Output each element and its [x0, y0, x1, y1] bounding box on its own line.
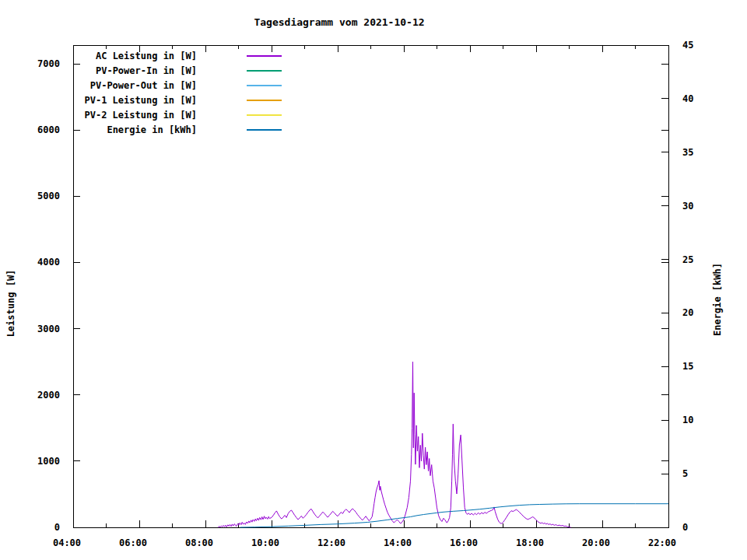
- x-tick-label: 04:00: [53, 537, 81, 548]
- x-tick-label: 14:00: [384, 537, 412, 548]
- x-tick-label: 10:00: [251, 537, 279, 548]
- tagesdiagramm-chart: Tagesdiagramm vom 2021-10-12 Leistung [W…: [0, 0, 747, 560]
- y2-tick-label: 45: [682, 40, 693, 51]
- y2-tick-label: 0: [682, 522, 688, 533]
- y1-tick-label: 7000: [37, 58, 60, 69]
- x-tick-label: 18:00: [516, 537, 544, 548]
- series-ac_leistung: [218, 362, 570, 527]
- x-tick-label: 20:00: [582, 537, 610, 548]
- y2-tick-label: 20: [682, 307, 693, 318]
- y1-tick-label: 2000: [37, 390, 60, 401]
- y1-tick-label: 0: [54, 522, 60, 533]
- y2-tick-label: 10: [682, 415, 693, 425]
- plot-svg: 0100020003000400050006000700005101520253…: [0, 0, 747, 560]
- y1-tick-label: 4000: [37, 257, 60, 268]
- x-tick-label: 06:00: [119, 537, 147, 548]
- y2-tick-label: 25: [682, 254, 693, 265]
- x-tick-label: 22:00: [648, 537, 676, 548]
- y2-tick-label: 5: [682, 468, 688, 479]
- y2-tick-label: 40: [682, 93, 693, 104]
- y1-tick-label: 3000: [37, 324, 60, 334]
- x-tick-label: 12:00: [317, 537, 345, 548]
- x-tick-label: 16:00: [450, 537, 478, 548]
- y1-tick-label: 6000: [37, 124, 60, 135]
- plot-border: [73, 45, 668, 527]
- y1-tick-label: 1000: [37, 456, 60, 467]
- y2-tick-label: 35: [682, 147, 693, 158]
- y2-tick-label: 15: [682, 361, 693, 372]
- x-tick-label: 08:00: [185, 537, 213, 548]
- y1-tick-label: 5000: [37, 191, 60, 201]
- y2-tick-label: 30: [682, 201, 693, 212]
